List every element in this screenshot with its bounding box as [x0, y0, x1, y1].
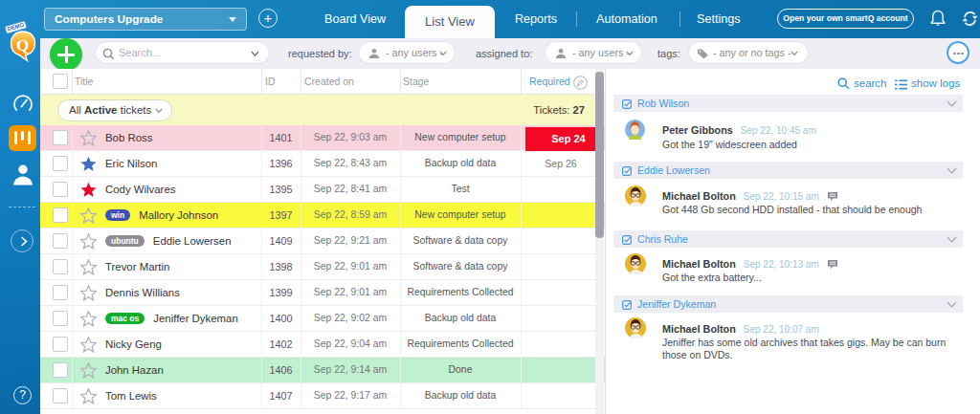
svg-text:Q: Q: [16, 36, 29, 54]
